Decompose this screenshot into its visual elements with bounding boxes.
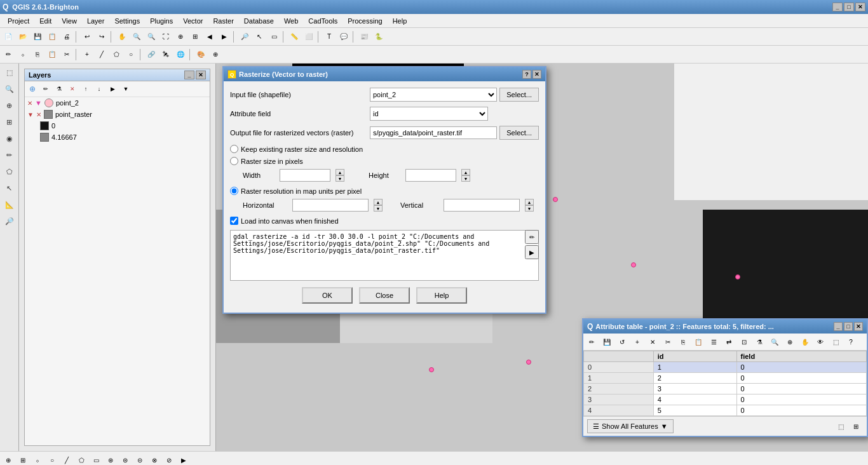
zoom-out-button[interactable]: 🔍 xyxy=(144,30,158,44)
expand-icon[interactable]: ▶ xyxy=(106,83,119,95)
menu-processing[interactable]: Processing xyxy=(342,16,387,26)
zoom-selection-button[interactable]: ⊞ xyxy=(188,30,202,44)
pan-button[interactable]: ✋ xyxy=(115,30,129,44)
attr-maximize-button[interactable]: □ xyxy=(844,322,853,331)
move-up-icon[interactable]: ↑ xyxy=(79,83,92,95)
attr-reload-icon[interactable]: ↺ xyxy=(615,335,629,349)
vertical-spinner[interactable]: ▲ ▼ xyxy=(525,199,534,212)
input-file-select[interactable]: point_2 xyxy=(370,88,497,102)
attr-invert-icon[interactable]: ⇄ xyxy=(722,335,736,349)
wms-button[interactable]: 🌐 xyxy=(173,48,187,62)
zoom-next-button[interactable]: ▶ xyxy=(217,30,231,44)
attr-filter-icon[interactable]: ⚗ xyxy=(752,335,766,349)
measure-button[interactable]: 📏 xyxy=(287,30,301,44)
height-spinner[interactable]: ▲ ▼ xyxy=(461,169,470,182)
snapping-button[interactable]: 🔗 xyxy=(144,48,158,62)
sidebar-icon-10[interactable]: 🔎 xyxy=(2,213,17,229)
input-file-select-button[interactable]: Select... xyxy=(499,88,539,102)
attr-add-row-icon[interactable]: + xyxy=(630,335,644,349)
style-button[interactable]: 🎨 xyxy=(194,48,208,62)
bottom-tool-4[interactable]: ○ xyxy=(45,454,59,466)
vertical-down[interactable]: ▼ xyxy=(525,205,534,212)
help-button[interactable]: Help xyxy=(416,287,467,304)
menu-database[interactable]: Database xyxy=(239,16,279,26)
node-tool-button[interactable]: ⬦ xyxy=(16,48,30,62)
raster-pixels-radio[interactable] xyxy=(230,157,238,165)
add-polygon-button[interactable]: ⬠ xyxy=(109,48,123,62)
raster-resolution-radio[interactable] xyxy=(230,187,238,195)
sidebar-icon-7[interactable]: ⬠ xyxy=(2,164,17,179)
sidebar-icon-2[interactable]: 🔍 xyxy=(2,81,17,97)
attr-col-visibility-icon[interactable]: 👁 xyxy=(813,335,827,349)
load-canvas-checkbox[interactable] xyxy=(230,217,238,225)
menu-raster[interactable]: Raster xyxy=(208,16,238,26)
edit-command-button[interactable]: ✏ xyxy=(525,230,539,244)
undo-button[interactable]: ↩ xyxy=(80,30,94,44)
add-circle-button[interactable]: ○ xyxy=(124,48,138,62)
measure-area-button[interactable]: ⬜ xyxy=(302,30,316,44)
menu-view[interactable]: View xyxy=(57,16,82,26)
minimize-button[interactable]: _ xyxy=(832,3,843,11)
width-down[interactable]: ▼ xyxy=(336,175,344,182)
attr-table-row[interactable]: 4 5 0 xyxy=(584,405,867,416)
run-command-button[interactable]: ▶ xyxy=(525,245,539,259)
print-button[interactable]: 🖨 xyxy=(60,30,74,44)
attr-close-button[interactable]: ✕ xyxy=(854,322,863,331)
atlas-button[interactable]: 📰 xyxy=(357,30,371,44)
redo-button[interactable]: ↪ xyxy=(95,30,109,44)
menu-help[interactable]: Help xyxy=(388,16,412,26)
attr-pan-icon[interactable]: ✋ xyxy=(798,335,812,349)
attr-save-icon[interactable]: 💾 xyxy=(600,335,614,349)
attr-footer-icon-2[interactable]: ⊞ xyxy=(849,419,863,433)
paste-button[interactable]: 📋 xyxy=(45,48,59,62)
sidebar-icon-4[interactable]: ⊞ xyxy=(2,114,17,130)
copy-button[interactable]: ⎘ xyxy=(31,48,44,62)
bottom-tool-10[interactable]: ⊝ xyxy=(133,454,147,466)
bottom-tool-7[interactable]: ▭ xyxy=(89,454,103,466)
attribute-field-select[interactable]: id xyxy=(370,107,488,121)
menu-cadtools[interactable]: CadTools xyxy=(303,16,342,26)
attr-col-field[interactable]: field xyxy=(736,351,866,362)
attr-col-id[interactable]: id xyxy=(653,351,736,362)
attr-deselect-icon[interactable]: ⊡ xyxy=(737,335,751,349)
bottom-tool-12[interactable]: ⊘ xyxy=(162,454,176,466)
attr-help-icon[interactable]: ? xyxy=(844,335,858,349)
attr-paste-icon[interactable]: 📋 xyxy=(691,335,705,349)
filter-icon[interactable]: ⚗ xyxy=(53,83,65,95)
sidebar-icon-5[interactable]: ◉ xyxy=(2,131,17,146)
map-canvas[interactable]: Q Rasterize (Vector to raster) ? ✕ Input… xyxy=(216,64,868,451)
horizontal-input[interactable]: 30.00000000 xyxy=(292,199,369,212)
menu-vector[interactable]: Vector xyxy=(178,16,208,26)
width-up[interactable]: ▲ xyxy=(336,169,344,175)
command-textarea[interactable] xyxy=(230,230,539,281)
save-project-button[interactable]: 💾 xyxy=(31,30,44,44)
vertical-up[interactable]: ▲ xyxy=(525,199,534,205)
attr-table-row[interactable]: 3 4 0 xyxy=(584,394,867,405)
height-up[interactable]: ▲ xyxy=(461,169,470,175)
bottom-tool-3[interactable]: ⬦ xyxy=(31,454,44,466)
sidebar-icon-9[interactable]: 📐 xyxy=(2,197,17,212)
save-as-button[interactable]: 📋 xyxy=(45,30,59,44)
label-button[interactable]: T xyxy=(322,30,336,44)
python-button[interactable]: 🐍 xyxy=(372,30,386,44)
horizontal-up[interactable]: ▲ xyxy=(374,199,383,205)
height-down[interactable]: ▼ xyxy=(461,175,470,182)
sidebar-icon-1[interactable]: ⬚ xyxy=(2,65,17,80)
bottom-tool-9[interactable]: ⊜ xyxy=(118,454,132,466)
menu-project[interactable]: Project xyxy=(3,16,34,26)
delete-button[interactable]: ✂ xyxy=(60,48,74,62)
tip-button[interactable]: 💬 xyxy=(337,30,351,44)
attr-table-row[interactable]: 2 3 0 xyxy=(584,384,867,394)
ok-button[interactable]: OK xyxy=(302,287,353,304)
attr-cut-icon[interactable]: ✂ xyxy=(661,335,675,349)
remove-layer-icon[interactable]: ✕ xyxy=(66,83,79,95)
layer-item-raster[interactable]: ▼ ✕ point_raster xyxy=(25,109,210,120)
identify-button[interactable]: 🔎 xyxy=(238,30,252,44)
attr-footer-icon-1[interactable]: ⬚ xyxy=(834,419,848,433)
horizontal-down[interactable]: ▼ xyxy=(374,205,383,212)
attr-table-row[interactable]: 0 1 0 xyxy=(584,362,867,373)
attr-edit-icon[interactable]: ✏ xyxy=(585,335,599,349)
select-button[interactable]: ↖ xyxy=(252,30,266,44)
attr-delete-row-icon[interactable]: ✕ xyxy=(646,335,660,349)
close-button[interactable]: Close xyxy=(359,287,410,304)
